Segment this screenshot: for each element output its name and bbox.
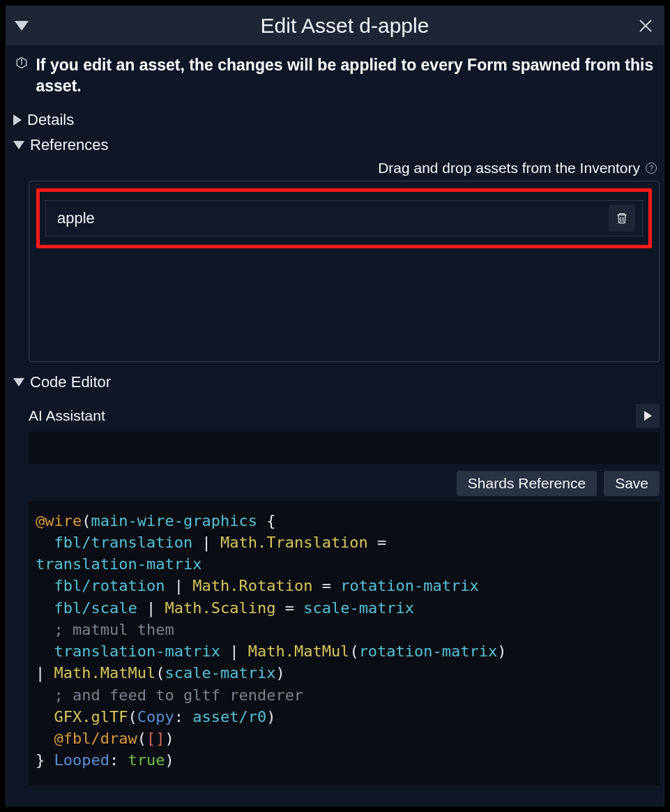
ai-run-button[interactable] [636, 404, 660, 428]
chevron-down-icon [13, 141, 24, 149]
reference-item-name: apple [53, 209, 609, 227]
reference-item-highlight: apple [36, 188, 652, 248]
ai-assistant-input[interactable] [29, 432, 660, 464]
panel-title: Edit Asset d-apple [34, 14, 655, 38]
section-references[interactable]: References [10, 135, 660, 156]
collapse-panel-icon[interactable] [15, 21, 29, 31]
references-hint: Drag and drop assets from the Inventory [378, 160, 640, 176]
chevron-right-icon [13, 114, 22, 126]
section-details[interactable]: Details [10, 110, 660, 130]
references-hint-row: Drag and drop assets from the Inventory … [29, 160, 660, 176]
save-button[interactable]: Save [604, 471, 660, 496]
references-area: Drag and drop assets from the Inventory … [29, 160, 660, 362]
code-editor-buttons: Shards Reference Save [29, 471, 660, 496]
info-icon [15, 55, 29, 70]
ai-assistant-row: AI Assistant [29, 401, 660, 432]
edit-asset-panel: Edit Asset d-apple If you edit an asset,… [6, 6, 664, 806]
delete-reference-button[interactable] [609, 205, 635, 232]
code-textarea[interactable]: @wire(main-wire-graphics { fbl/translati… [29, 502, 660, 785]
titlebar: Edit Asset d-apple [6, 6, 664, 45]
ai-assistant-label: AI Assistant [29, 407, 636, 424]
close-button[interactable] [636, 16, 655, 36]
chevron-down-icon [13, 378, 24, 386]
shards-reference-button[interactable]: Shards Reference [457, 471, 597, 496]
section-code-editor[interactable]: Code Editor [10, 372, 660, 393]
reference-item[interactable]: apple [45, 200, 643, 236]
references-dropzone[interactable]: apple [29, 181, 660, 362]
info-row: If you edit an asset, the changes will b… [10, 52, 660, 110]
section-details-label: Details [27, 111, 74, 129]
info-text: If you edit an asset, the changes will b… [36, 55, 657, 97]
play-icon [644, 411, 652, 421]
section-code-editor-label: Code Editor [30, 373, 111, 391]
section-references-label: References [30, 136, 109, 154]
help-icon[interactable]: ? [646, 163, 657, 174]
code-editor-area: AI Assistant Shards Reference Save @wire… [29, 401, 660, 785]
svg-point-4 [22, 59, 22, 60]
